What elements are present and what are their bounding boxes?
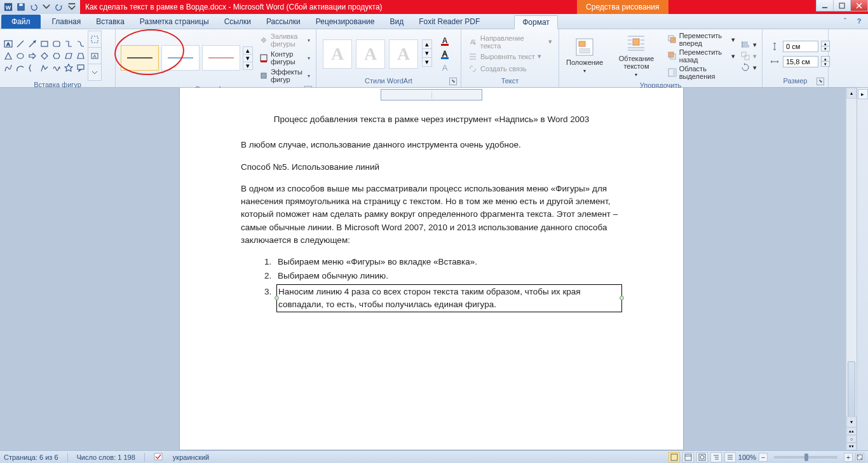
style-gallery-scroll[interactable]: ▴▾▾ <box>243 46 253 70</box>
style-line-black[interactable] <box>121 45 159 71</box>
textbox-draw-button[interactable]: A <box>88 47 102 64</box>
shape-callout[interactable] <box>75 62 86 74</box>
wordart-gallery[interactable]: A A A ▴▾▾ <box>319 39 436 69</box>
shape-diamond[interactable] <box>39 50 50 62</box>
send-backward-button[interactable]: Переместить назад▾ <box>668 48 735 64</box>
help-icon[interactable]: ? <box>854 16 864 26</box>
view-full-screen-button[interactable] <box>682 452 694 462</box>
wordart-gallery-scroll[interactable]: ▴▾▾ <box>422 39 432 69</box>
prev-page-button[interactable]: ▴▴ <box>846 427 857 435</box>
tab-format[interactable]: Формат <box>514 15 558 29</box>
zoom-fit-button[interactable] <box>855 453 864 462</box>
view-web-layout-button[interactable] <box>696 452 708 462</box>
word-icon[interactable]: W <box>3 1 14 13</box>
bring-forward-button[interactable]: Переместить вперед▾ <box>668 32 735 47</box>
status-page[interactable]: Страница: 6 из 6 <box>4 453 58 461</box>
shape-star[interactable] <box>63 62 74 74</box>
shape-rect[interactable] <box>39 38 50 50</box>
ribbon-minimize-icon[interactable]: ˆ <box>840 16 850 26</box>
position-button[interactable]: Положение▾ <box>562 35 607 77</box>
resize-handle-left[interactable] <box>275 296 279 300</box>
redo-icon[interactable] <box>53 1 65 13</box>
tab-view[interactable]: Вид <box>382 15 411 29</box>
shape-freeform[interactable] <box>39 62 50 74</box>
height-input[interactable] <box>783 41 818 52</box>
browse-object-button[interactable]: ○ <box>846 435 857 443</box>
undo-icon[interactable] <box>28 1 39 13</box>
scroll-down-button[interactable]: ▾ <box>846 417 857 427</box>
selected-line-shape[interactable]: Наносим линию 4 раза со всех сторон текс… <box>276 284 622 313</box>
shapes-more-button[interactable] <box>88 64 102 81</box>
shape-connector[interactable] <box>63 38 74 50</box>
shapes-gallery[interactable]: A <box>3 38 86 74</box>
qat-customize-icon[interactable] <box>66 1 78 13</box>
tab-review[interactable]: Рецензирование <box>308 15 383 29</box>
selection-pane-button[interactable]: Область выделения <box>668 65 735 80</box>
shape-roundrect[interactable] <box>51 38 62 50</box>
view-draft-button[interactable] <box>724 452 736 462</box>
width-input[interactable] <box>783 56 818 67</box>
side-panel-toggle[interactable]: ▸ <box>858 89 868 99</box>
text-fill-button[interactable]: A <box>438 34 451 47</box>
status-word-count[interactable]: Число слов: 1 198 <box>77 453 135 461</box>
width-spinner[interactable]: ▴▾ <box>821 56 830 67</box>
wrap-text-button[interactable]: Обтекание текстом▾ <box>607 31 665 81</box>
shape-oval[interactable] <box>15 50 26 62</box>
maximize-button[interactable] <box>833 0 851 11</box>
shape-arc[interactable] <box>15 62 26 74</box>
wordart-style-2[interactable]: A <box>356 39 385 69</box>
shape-arrow[interactable] <box>27 38 38 50</box>
shape-textbox[interactable]: A <box>3 38 14 50</box>
edit-shape-button[interactable] <box>88 31 102 48</box>
text-effects-button[interactable]: A <box>438 61 451 74</box>
height-spinner[interactable]: ▴▾ <box>821 41 830 52</box>
style-line-blue[interactable] <box>161 45 200 71</box>
shape-trapezoid[interactable] <box>75 50 86 62</box>
tab-mailings[interactable]: Рассылки <box>259 15 308 29</box>
size-dialog-launcher[interactable]: ⬊ <box>817 78 824 85</box>
tab-home[interactable]: Главная <box>44 15 89 29</box>
wordart-dialog-launcher[interactable]: ⬊ <box>449 78 457 85</box>
tab-foxit[interactable]: Foxit Reader PDF <box>411 15 487 29</box>
view-print-layout-button[interactable] <box>668 452 680 462</box>
zoom-out-button[interactable]: − <box>759 453 768 462</box>
tab-file[interactable]: Файл <box>1 15 41 29</box>
minimize-button[interactable] <box>816 0 834 11</box>
zoom-slider[interactable] <box>774 456 837 459</box>
shape-parallelogram[interactable] <box>63 50 74 62</box>
text-outline-button[interactable]: A <box>438 48 451 60</box>
shape-curve[interactable] <box>3 62 14 74</box>
page[interactable]: Процесс добавления текста в рамке через … <box>179 88 684 450</box>
shape-style-gallery[interactable]: ▴▾▾ <box>118 45 255 71</box>
shape-curved-connector[interactable] <box>75 38 86 50</box>
shape-scribble[interactable] <box>51 62 62 74</box>
rotate-button[interactable]: ▾ <box>740 62 757 73</box>
tab-insert[interactable]: Вставка <box>88 15 132 29</box>
shape-hexagon[interactable] <box>51 50 62 62</box>
resize-handle-right[interactable] <box>620 296 624 300</box>
shape-effects-button[interactable]: Эффекты фигур▾ <box>258 67 311 84</box>
save-icon[interactable] <box>15 1 27 13</box>
view-outline-button[interactable] <box>710 452 722 462</box>
status-proofing-icon[interactable] <box>154 452 164 462</box>
undo-more-icon[interactable] <box>41 1 52 13</box>
next-page-button[interactable]: ▾▾ <box>846 443 857 450</box>
status-language[interactable]: украинский <box>173 453 209 461</box>
wordart-style-3[interactable]: A <box>389 39 418 69</box>
shape-brace[interactable] <box>27 62 38 74</box>
shape-triangle[interactable] <box>3 50 14 62</box>
tab-references[interactable]: Ссылки <box>217 15 259 29</box>
shape-outline-button[interactable]: Контур фигуры▾ <box>258 50 311 66</box>
wordart-style-1[interactable]: A <box>323 39 352 69</box>
shape-line[interactable] <box>15 38 26 50</box>
shape-right-arrow[interactable] <box>27 50 38 62</box>
tab-page-layout[interactable]: Разметка страницы <box>132 15 217 29</box>
zoom-level[interactable]: 100% <box>738 453 756 461</box>
group-arrange: Положение▾ Обтекание текстом▾ Переместит… <box>559 29 763 87</box>
style-line-red[interactable] <box>202 45 240 71</box>
close-button[interactable] <box>850 0 868 11</box>
zoom-in-button[interactable]: + <box>844 453 853 462</box>
align-button[interactable]: ▾ <box>740 39 757 50</box>
vertical-scrollbar[interactable]: ▴ ▾ ▴▴ ○ ▾▾ <box>846 88 857 450</box>
scroll-up-button[interactable]: ▴ <box>846 88 857 99</box>
